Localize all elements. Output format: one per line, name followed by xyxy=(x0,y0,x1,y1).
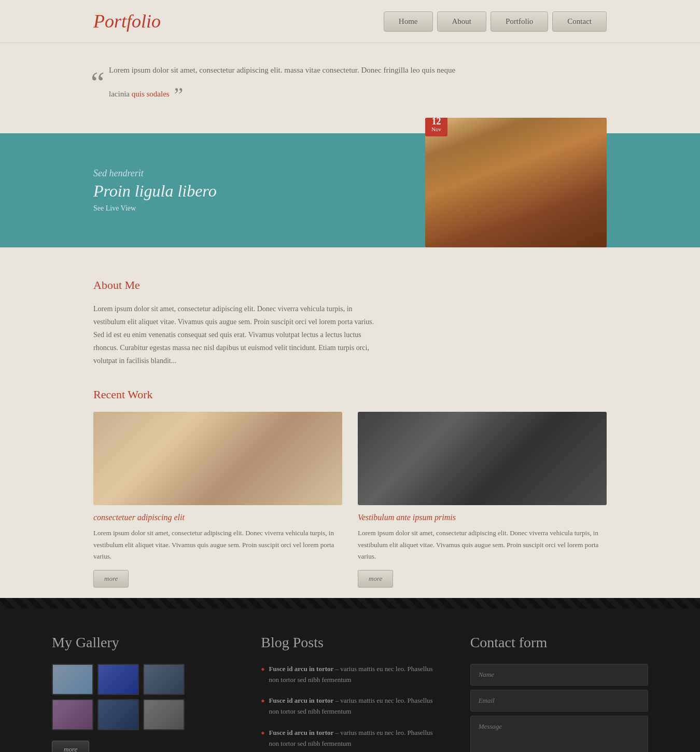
blog-bullet-2: ● xyxy=(261,697,264,705)
gallery-title: My Gallery xyxy=(52,634,230,651)
work-more-btn-2[interactable]: more xyxy=(358,570,393,588)
header: Portfolio Home About Portfolio Contact xyxy=(0,0,700,43)
gallery-thumb-5[interactable] xyxy=(97,699,139,730)
quote-link[interactable]: quis sodales xyxy=(132,90,170,98)
gallery-more-btn[interactable]: more xyxy=(52,741,89,752)
nav-contact[interactable]: Contact xyxy=(552,11,607,32)
footer-grid: My Gallery more Blog Posts ● Fusce id ar… xyxy=(52,634,648,752)
blog-post-1: ● Fusce id arcu in tortor – varius matti… xyxy=(261,664,439,686)
blog-post-text-1: Fusce id arcu in tortor – varius mattis … xyxy=(269,664,439,686)
blog-post-title-2: Fusce id arcu in tortor xyxy=(269,697,334,704)
nav-home[interactable]: Home xyxy=(384,11,433,32)
work-desc-1: Lorem ipsum dolor sit amet, consectetur … xyxy=(93,527,342,562)
gallery-thumb-2[interactable] xyxy=(97,664,139,695)
work-image-1 xyxy=(93,412,342,505)
footer: My Gallery more Blog Posts ● Fusce id ar… xyxy=(0,608,700,752)
about-section: About Me Lorem ipsum dolor sit amet, con… xyxy=(0,258,700,378)
gallery-grid xyxy=(52,664,230,730)
gallery-thumb-3[interactable] xyxy=(143,664,185,695)
blog-bullet-1: ● xyxy=(261,665,264,673)
work-image-2 xyxy=(358,412,607,505)
work-title-2: Vestibulum ante ipsum primis xyxy=(358,513,607,522)
about-title: About Me xyxy=(93,278,607,292)
work-title-1: consectetuer adipiscing elit xyxy=(93,513,342,522)
nav-about[interactable]: About xyxy=(437,11,487,32)
contact-col: Contact form Contact me xyxy=(470,634,648,752)
quote-section: Lorem ipsum dolor sit amet, consectetur … xyxy=(0,43,700,123)
feature-section: Sed hendrerit Proin ligula libero See Li… xyxy=(0,133,700,247)
recent-work-section: Recent Work consectetuer adipiscing elit… xyxy=(0,378,700,608)
date-month: Nov xyxy=(431,126,441,132)
blog-post-3: ● Fusce id arcu in tortor – varius matti… xyxy=(261,728,439,749)
feature-subtitle: Sed hendrerit xyxy=(93,168,607,179)
logo: Portfolio xyxy=(93,10,161,32)
contact-email-input[interactable] xyxy=(470,690,648,712)
feature-link[interactable]: See Live View xyxy=(93,204,136,212)
blog-post-text-3: Fusce id arcu in tortor – varius mattis … xyxy=(269,728,439,749)
navigation: Home About Portfolio Contact xyxy=(384,11,607,32)
work-desc-2: Lorem ipsum dolor sit amet, consectetur … xyxy=(358,527,607,562)
feature-text: Sed hendrerit Proin ligula libero See Li… xyxy=(0,147,700,233)
blog-title: Blog Posts xyxy=(261,634,439,651)
about-text: Lorem ipsum dolor sit amet, consectetur … xyxy=(93,302,384,368)
contact-title: Contact form xyxy=(470,634,648,651)
recent-work-title: Recent Work xyxy=(93,388,607,401)
gallery-thumb-1[interactable] xyxy=(52,664,93,695)
blog-col: Blog Posts ● Fusce id arcu in tortor – v… xyxy=(261,634,439,752)
gallery-thumb-4[interactable] xyxy=(52,699,93,730)
work-item-1: consectetuer adipiscing elit Lorem ipsum… xyxy=(93,412,342,587)
blog-bullet-3: ● xyxy=(261,729,264,737)
feature-title: Proin ligula libero xyxy=(93,182,607,201)
nav-portfolio[interactable]: Portfolio xyxy=(491,11,548,32)
contact-name-input[interactable] xyxy=(470,664,648,686)
blog-post-text-2: Fusce id arcu in tortor – varius mattis … xyxy=(269,695,439,717)
gallery-thumb-6[interactable] xyxy=(143,699,185,730)
date-badge: 12 Nov xyxy=(425,118,447,136)
contact-message-input[interactable] xyxy=(470,716,648,752)
quote-text: Lorem ipsum dolor sit amet, consectetur … xyxy=(93,64,456,113)
work-item-2: Vestibulum ante ipsum primis Lorem ipsum… xyxy=(358,412,607,587)
work-more-btn-1[interactable]: more xyxy=(93,570,129,588)
date-day: 12 xyxy=(431,118,441,126)
blog-post-2: ● Fusce id arcu in tortor – varius matti… xyxy=(261,695,439,717)
work-grid: consectetuer adipiscing elit Lorem ipsum… xyxy=(93,412,607,587)
gallery-col: My Gallery more xyxy=(52,634,230,752)
blog-post-title-3: Fusce id arcu in tortor xyxy=(269,729,334,736)
blog-post-title-1: Fusce id arcu in tortor xyxy=(269,665,334,673)
